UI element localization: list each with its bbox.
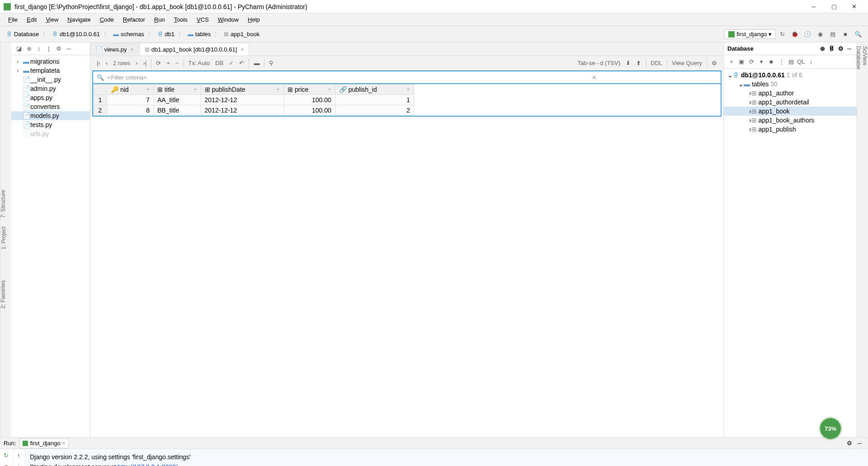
tree-node-init[interactable]: 📄__init__.py (11, 75, 90, 84)
table-node-selected[interactable]: › ⊞ app1_book (724, 107, 857, 116)
tree-node-templatetags[interactable]: ›▬templateta (11, 66, 90, 75)
stop-icon[interactable]: ■ (766, 57, 776, 67)
show-options-icon[interactable]: ◪ (14, 44, 24, 54)
ds-node[interactable]: ⌄ 🛢 db1@10.0.0.61 1 of 6 (724, 71, 857, 80)
last-page-icon[interactable]: ›| (141, 59, 150, 67)
table-row[interactable]: 2 8 BB_title 2012-12-12 100.00 2 (94, 105, 414, 116)
hide-icon[interactable]: ─ (845, 45, 853, 52)
collapse-icon[interactable]: ↕ (806, 57, 816, 67)
commit-icon[interactable]: DB (212, 59, 226, 67)
add-row-icon[interactable]: + (164, 59, 173, 67)
run-button[interactable]: ↻ (776, 28, 788, 41)
menu-file[interactable]: File (4, 14, 22, 25)
submit-icon[interactable]: ✓ (226, 59, 236, 67)
first-page-icon[interactable]: |‹ (94, 59, 103, 67)
filter-input[interactable]: 🔍 <Filter criteria>✕ (92, 71, 722, 83)
menu-view[interactable]: View (41, 14, 63, 25)
search-button[interactable]: 🔍 (852, 28, 864, 41)
table-node[interactable]: › ⊞ app1_authordetail (724, 98, 857, 107)
duplicate-icon[interactable]: ▣ (736, 57, 746, 67)
up-icon[interactable]: ↑ (17, 452, 20, 459)
crumb-schemas[interactable]: ▬ schemas (110, 31, 147, 38)
tree-node-migrations[interactable]: ›▬migrations (11, 57, 90, 66)
rerun-icon[interactable]: ↻ (4, 452, 9, 459)
compare-icon[interactable]: ⚲ (266, 59, 276, 67)
crumb-db[interactable]: 🛢 db1 (155, 31, 177, 38)
tree-node-converters[interactable]: 📄converters (11, 102, 90, 111)
tree-node-tests[interactable]: 📄tests.py (11, 120, 90, 129)
cell[interactable]: 7 (107, 95, 154, 105)
cell[interactable]: 8 (107, 105, 154, 116)
revert-icon[interactable]: ↶ (236, 59, 247, 67)
remove-row-icon[interactable]: − (173, 59, 182, 67)
more-icon[interactable]: ⋮ (776, 57, 786, 67)
crumb-tables[interactable]: ▬ tables (185, 31, 213, 38)
menu-navigate[interactable]: Navigate (63, 14, 95, 25)
menu-run[interactable]: Run (150, 14, 170, 25)
settings-icon[interactable]: ⚙ (54, 44, 64, 54)
tree-node-admin[interactable]: 📄admin.py (11, 84, 90, 93)
gear-icon[interactable]: ⚙ (836, 45, 845, 52)
down-icon[interactable]: ↓ (17, 463, 20, 466)
cell[interactable]: 1 (335, 95, 414, 105)
locate-icon[interactable]: ⊕ (24, 44, 34, 54)
menu-code[interactable]: Code (95, 14, 118, 25)
crumb-database[interactable]: 🛢 Database (4, 31, 42, 38)
cell[interactable]: 100.00 (284, 105, 335, 116)
hide-icon[interactable]: ─ (855, 440, 864, 447)
run-tab[interactable]: first_django × (19, 438, 68, 448)
col-title[interactable]: ⊞ title ÷ (154, 85, 201, 95)
cancel-icon[interactable]: ▬ (251, 59, 262, 67)
database-label[interactable]: Database (855, 46, 862, 437)
console-output[interactable]: Django version 2.2.2, using settings 'fi… (25, 449, 868, 466)
add-icon[interactable]: + (726, 57, 736, 67)
menu-help[interactable]: Help (243, 14, 264, 25)
view-query-button[interactable]: View Query (669, 59, 705, 67)
crumb-table[interactable]: ⊞ app1_book (221, 31, 262, 38)
stop-icon[interactable]: ■ (5, 463, 8, 466)
tree-node-urls[interactable]: 📄urls.py (11, 129, 90, 138)
data-grid[interactable]: 🔑 nid ÷ ⊞ title ÷ ⊞ publishDate ÷ ⊞ pric… (92, 83, 722, 117)
menu-refactor[interactable]: Refactor (118, 14, 150, 25)
menu-window[interactable]: Window (213, 14, 243, 25)
favorites-tool-label[interactable]: 2: Favorites (0, 280, 11, 309)
structure-tool-label[interactable]: 7: Structure (0, 190, 11, 218)
col-price[interactable]: ⊞ price ÷ (284, 85, 335, 95)
close-icon[interactable]: × (62, 440, 66, 447)
tree-node-apps[interactable]: 📄apps.py (11, 93, 90, 102)
server-url-link[interactable]: http://127.0.0.1:8000/ (118, 463, 178, 466)
close-icon[interactable]: × (241, 46, 244, 53)
close-button[interactable]: ✕ (844, 0, 864, 14)
next-page-icon[interactable]: › (133, 59, 140, 67)
tab-db-table[interactable]: ⊞ db1.app1_book [db1@10.0.0.61]× (140, 43, 249, 56)
cell[interactable]: AA_title (154, 95, 201, 105)
cell[interactable]: 2012-12-12 (201, 95, 284, 105)
table-node[interactable]: › ⊞ app1_author (724, 89, 857, 98)
new-icon[interactable]: ⊕ (818, 45, 827, 52)
cell[interactable]: 2 (335, 105, 414, 116)
maximize-button[interactable]: ▢ (824, 0, 844, 14)
sciview-label[interactable]: SciView (862, 46, 868, 428)
menu-edit[interactable]: Edit (22, 14, 41, 25)
tx-mode[interactable]: Tx: Auto (186, 59, 213, 67)
filter-icon[interactable]: ▾ (756, 57, 766, 67)
col-nid[interactable]: 🔑 nid ÷ (107, 85, 154, 95)
col-publishid[interactable]: 🔗 publish_id ÷ (335, 85, 414, 95)
clear-filter-icon[interactable]: ✕ (592, 74, 597, 81)
reload-icon[interactable]: ⟳ (153, 59, 164, 67)
menu-vcs[interactable]: VCS (192, 14, 213, 25)
left-gutter[interactable]: 1: Project (0, 42, 11, 437)
close-icon[interactable]: × (130, 46, 134, 53)
crumb-connection[interactable]: 🛢 db1@10.0.0.61 (49, 31, 103, 38)
attach-button[interactable]: ▤ (826, 28, 839, 41)
ddl-button[interactable]: DDL (648, 59, 665, 67)
settings-icon[interactable]: 🛢 (827, 45, 836, 52)
expand-icon[interactable]: ↕ (34, 44, 44, 54)
upload-icon[interactable]: ⬆ (633, 59, 644, 67)
collapse-icon[interactable]: ─ (64, 44, 74, 54)
col-publishdate[interactable]: ⊞ publishDate ÷ (201, 85, 284, 95)
settings-icon[interactable]: ⚙ (709, 59, 720, 67)
tab-views[interactable]: 📄 views.py× (90, 43, 139, 56)
coverage-button[interactable]: 🕒 (801, 28, 814, 41)
tree-node-models[interactable]: 📄models.py (11, 111, 90, 120)
